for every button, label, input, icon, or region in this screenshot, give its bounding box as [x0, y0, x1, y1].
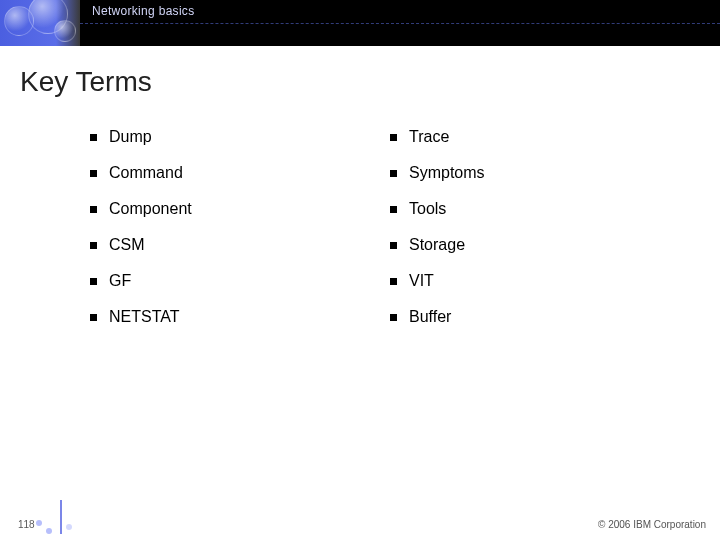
- square-bullet-icon: [390, 170, 397, 177]
- square-bullet-icon: [90, 278, 97, 285]
- list-item: Dump: [90, 128, 350, 146]
- copyright-text: © 2006 IBM Corporation: [598, 519, 706, 530]
- square-bullet-icon: [90, 206, 97, 213]
- vertical-line: [60, 500, 62, 534]
- term-text: Buffer: [409, 308, 451, 326]
- square-bullet-icon: [90, 242, 97, 249]
- header-decoration: [0, 0, 80, 46]
- square-bullet-icon: [390, 242, 397, 249]
- list-item: Symptoms: [390, 164, 650, 182]
- page-title: Key Terms: [20, 66, 152, 98]
- square-bullet-icon: [390, 134, 397, 141]
- list-item: NETSTAT: [90, 308, 350, 326]
- term-text: Tools: [409, 200, 446, 218]
- list-item: Component: [90, 200, 350, 218]
- page-number: 118: [18, 519, 35, 530]
- square-bullet-icon: [90, 170, 97, 177]
- list-item: Tools: [390, 200, 650, 218]
- list-item: GF: [90, 272, 350, 290]
- square-bullet-icon: [90, 134, 97, 141]
- dot-decoration: [46, 528, 52, 534]
- term-text: Symptoms: [409, 164, 485, 182]
- square-bullet-icon: [90, 314, 97, 321]
- square-bullet-icon: [390, 206, 397, 213]
- slide: Networking basics Key Terms Dump Command…: [0, 0, 720, 540]
- list-item: VIT: [390, 272, 650, 290]
- header-band: Networking basics: [0, 0, 720, 46]
- terms-column-right: Trace Symptoms Tools Storage VIT Buffer: [390, 128, 650, 344]
- dot-decoration: [66, 524, 72, 530]
- term-text: Dump: [109, 128, 152, 146]
- term-text: Component: [109, 200, 192, 218]
- circle-decoration: [54, 20, 76, 42]
- term-text: NETSTAT: [109, 308, 180, 326]
- list-item: Storage: [390, 236, 650, 254]
- square-bullet-icon: [390, 278, 397, 285]
- footer-decoration: [0, 496, 80, 540]
- square-bullet-icon: [390, 314, 397, 321]
- list-item: Trace: [390, 128, 650, 146]
- dot-decoration: [36, 520, 42, 526]
- terms-column-left: Dump Command Component CSM GF NETSTAT: [90, 128, 350, 344]
- dashed-line: [80, 23, 720, 24]
- list-item: Command: [90, 164, 350, 182]
- term-text: CSM: [109, 236, 145, 254]
- term-text: GF: [109, 272, 131, 290]
- term-text: Storage: [409, 236, 465, 254]
- term-text: Command: [109, 164, 183, 182]
- section-label: Networking basics: [92, 4, 194, 18]
- list-item: Buffer: [390, 308, 650, 326]
- term-text: VIT: [409, 272, 434, 290]
- terms-columns: Dump Command Component CSM GF NETSTAT: [90, 128, 650, 344]
- term-text: Trace: [409, 128, 449, 146]
- list-item: CSM: [90, 236, 350, 254]
